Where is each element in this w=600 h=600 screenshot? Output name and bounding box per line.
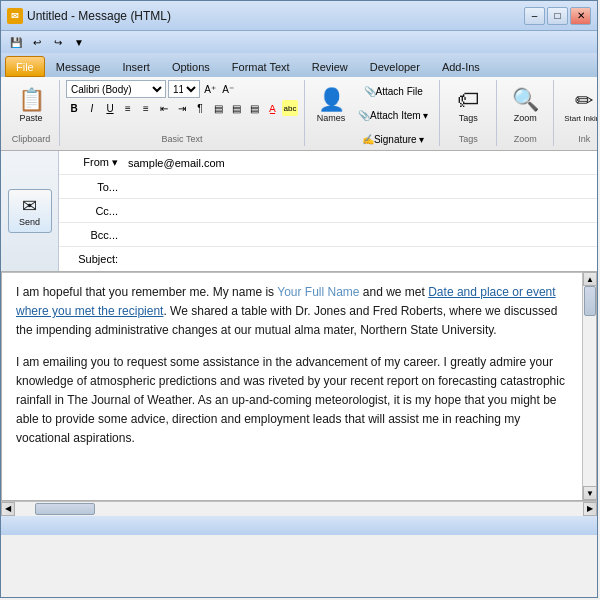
send-column: ✉ Send bbox=[1, 151, 59, 271]
bcc-input[interactable] bbox=[124, 224, 597, 246]
font-row: Calibri (Body) 11 A⁺ A⁻ bbox=[66, 80, 236, 98]
customize-quick-btn[interactable]: ▼ bbox=[70, 33, 88, 51]
align-center-btn[interactable]: ▤ bbox=[228, 100, 244, 116]
from-label[interactable]: From ▾ bbox=[59, 156, 124, 169]
title-bar: ✉ Untitled - Message (HTML) – □ ✕ bbox=[1, 1, 597, 31]
paste-icon: 📋 bbox=[18, 89, 45, 111]
scroll-thumb[interactable] bbox=[584, 286, 596, 316]
title-bar-left: ✉ Untitled - Message (HTML) bbox=[7, 8, 171, 24]
increase-indent-btn[interactable]: ⇥ bbox=[174, 100, 190, 116]
tags-icon: 🏷 bbox=[457, 89, 479, 111]
zoom-group: 🔍 Zoom Zoom bbox=[499, 80, 554, 146]
tab-add-ins[interactable]: Add-Ins bbox=[431, 56, 491, 77]
h-scroll-thumb[interactable] bbox=[35, 503, 95, 515]
increase-font-btn[interactable]: A⁺ bbox=[202, 81, 218, 97]
email-body[interactable]: I am hopeful that you remember me. My na… bbox=[2, 272, 596, 501]
close-button[interactable]: ✕ bbox=[570, 7, 591, 25]
zoom-button[interactable]: 🔍 Zoom bbox=[503, 80, 547, 132]
font-size-select[interactable]: 11 bbox=[168, 80, 200, 98]
cc-input[interactable] bbox=[124, 200, 597, 222]
scroll-right-arrow[interactable]: ▶ bbox=[583, 502, 597, 516]
tags-content: 🏷 Tags bbox=[446, 80, 490, 132]
numbering-button[interactable]: ≡ bbox=[138, 100, 154, 116]
underline-button[interactable]: U bbox=[102, 100, 118, 116]
email-header: ✉ Send From ▾ To... Cc... bbox=[1, 151, 597, 271]
send-icon: ✉ bbox=[22, 195, 37, 217]
align-right-btn[interactable]: ▤ bbox=[246, 100, 262, 116]
include-group: 👤 Names 📎 Attach File 📎 Attach Item ▾ ✍ … bbox=[307, 80, 440, 146]
ribbon: 📋 Paste Clipboard Calibri (Body) 11 A⁺ A… bbox=[1, 77, 597, 151]
maximize-button[interactable]: □ bbox=[547, 7, 568, 25]
from-input[interactable] bbox=[124, 152, 597, 174]
send-button[interactable]: ✉ Send bbox=[8, 189, 52, 233]
names-button[interactable]: 👤 Names bbox=[311, 80, 351, 132]
clipboard-group: 📋 Paste Clipboard bbox=[5, 80, 60, 146]
scroll-up-arrow[interactable]: ▲ bbox=[583, 272, 597, 286]
ribbon-tabs: File Message Insert Options Format Text … bbox=[1, 53, 597, 77]
vertical-scrollbar[interactable]: ▲ ▼ bbox=[582, 272, 596, 500]
subject-label: Subject: bbox=[59, 253, 124, 265]
font-family-select[interactable]: Calibri (Body) bbox=[66, 80, 166, 98]
subject-row: Subject: bbox=[59, 247, 597, 271]
paste-button[interactable]: 📋 Paste bbox=[9, 80, 53, 132]
fields-column: From ▾ To... Cc... Bcc... bbox=[59, 151, 597, 271]
tags-group: 🏷 Tags Tags bbox=[442, 80, 497, 146]
to-row: To... bbox=[59, 175, 597, 199]
minimize-button[interactable]: – bbox=[524, 7, 545, 25]
scroll-left-arrow[interactable]: ◀ bbox=[1, 502, 15, 516]
italic-button[interactable]: I bbox=[84, 100, 100, 116]
tags-label: Tags bbox=[446, 134, 490, 144]
app-icon: ✉ bbox=[7, 8, 23, 24]
ink-group: ✏ Start Inking Ink bbox=[556, 80, 598, 146]
h-scroll-track[interactable] bbox=[15, 502, 583, 516]
undo-quick-btn[interactable]: ↩ bbox=[28, 33, 46, 51]
tab-options[interactable]: Options bbox=[161, 56, 221, 77]
clipboard-content: 📋 Paste bbox=[9, 80, 53, 132]
tab-message[interactable]: Message bbox=[45, 56, 112, 77]
tab-review[interactable]: Review bbox=[301, 56, 359, 77]
include-content: 👤 Names 📎 Attach File 📎 Attach Item ▾ ✍ … bbox=[311, 80, 433, 150]
clipboard-label: Clipboard bbox=[9, 134, 53, 144]
body-paragraph-2: I am emailing you to request some assist… bbox=[16, 353, 576, 449]
align-left-btn[interactable]: ▤ bbox=[210, 100, 226, 116]
attach-column: 📎 Attach File 📎 Attach Item ▾ ✍ Signatur… bbox=[353, 80, 433, 150]
attach-file-button[interactable]: 📎 Attach File bbox=[353, 80, 433, 102]
save-quick-btn[interactable]: 💾 bbox=[7, 33, 25, 51]
names-icon: 👤 bbox=[318, 89, 345, 111]
redo-quick-btn[interactable]: ↪ bbox=[49, 33, 67, 51]
cc-row: Cc... bbox=[59, 199, 597, 223]
tab-file[interactable]: File bbox=[5, 56, 45, 77]
bcc-row: Bcc... bbox=[59, 223, 597, 247]
cc-label[interactable]: Cc... bbox=[59, 205, 124, 217]
signature-button[interactable]: ✍ Signature ▾ bbox=[353, 128, 433, 150]
ink-content: ✏ Start Inking bbox=[560, 80, 598, 132]
window-controls: – □ ✕ bbox=[524, 7, 591, 25]
tags-button[interactable]: 🏷 Tags bbox=[446, 80, 490, 132]
bcc-label[interactable]: Bcc... bbox=[59, 229, 124, 241]
zoom-content: 🔍 Zoom bbox=[503, 80, 547, 132]
highlight-btn[interactable]: abc bbox=[282, 100, 298, 116]
text-direction-btn[interactable]: ¶ bbox=[192, 100, 208, 116]
bold-button[interactable]: B bbox=[66, 100, 82, 116]
start-inking-button[interactable]: ✏ Start Inking bbox=[560, 80, 598, 132]
scroll-track[interactable] bbox=[583, 286, 596, 486]
to-label[interactable]: To... bbox=[59, 181, 124, 193]
tab-developer[interactable]: Developer bbox=[359, 56, 431, 77]
tab-format-text[interactable]: Format Text bbox=[221, 56, 301, 77]
ink-label: Ink bbox=[560, 134, 598, 144]
basic-text-group: Calibri (Body) 11 A⁺ A⁻ B I U ≡ ≡ ⇤ ⇥ bbox=[62, 80, 305, 146]
decrease-font-btn[interactable]: A⁻ bbox=[220, 81, 236, 97]
to-input[interactable] bbox=[124, 176, 597, 198]
placeholder-name: Your Full Name bbox=[277, 285, 359, 299]
email-body-wrapper: I am hopeful that you remember me. My na… bbox=[1, 271, 597, 501]
scroll-down-arrow[interactable]: ▼ bbox=[583, 486, 597, 500]
basic-text-label: Basic Text bbox=[66, 134, 298, 144]
attach-item-button[interactable]: 📎 Attach Item ▾ bbox=[353, 104, 433, 126]
font-color-btn[interactable]: A̲ bbox=[264, 100, 280, 116]
subject-input[interactable] bbox=[124, 248, 597, 270]
tab-insert[interactable]: Insert bbox=[111, 56, 161, 77]
status-bar bbox=[1, 515, 597, 535]
decrease-indent-btn[interactable]: ⇤ bbox=[156, 100, 172, 116]
horizontal-scrollbar[interactable]: ◀ ▶ bbox=[1, 501, 597, 515]
bullets-button[interactable]: ≡ bbox=[120, 100, 136, 116]
